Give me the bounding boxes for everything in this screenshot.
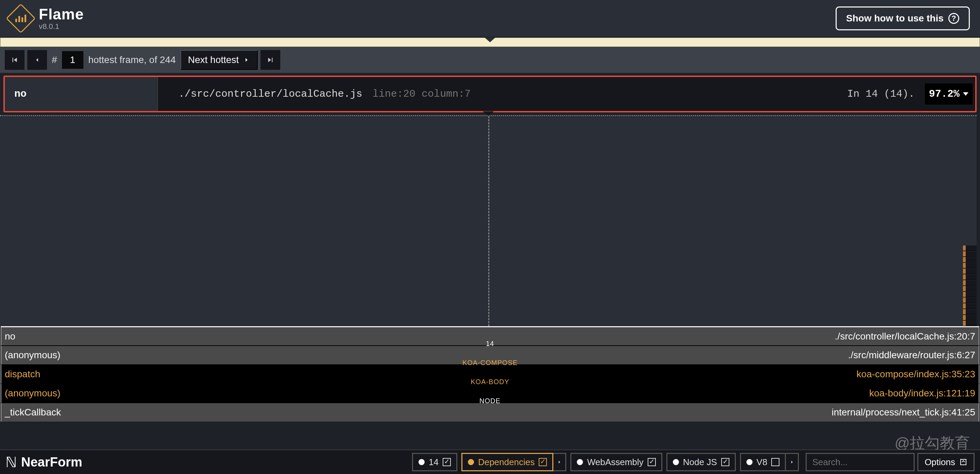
stack-fn-name: dispatch: [5, 369, 40, 380]
frame-nav-bar: # 1 hottest frame, of 244 Next hottest: [0, 47, 980, 73]
app-header: Flame v8.0.1 Show how to use this ?: [0, 0, 980, 37]
selected-frame-banner[interactable]: no ./src/controller/localCache.js line:2…: [3, 76, 977, 112]
frame-file-path: ./src/controller/localCache.js: [178, 88, 362, 100]
chip-label: WebAssembly: [587, 457, 644, 468]
stack-divider-label: KOA-BODY: [469, 378, 511, 386]
chevron-down-icon: [963, 92, 969, 96]
chip-dot-icon: [746, 459, 752, 465]
filter-chip[interactable]: Node JS: [667, 453, 736, 471]
chip-checkbox: [771, 458, 780, 466]
chip-label: Dependencies: [478, 457, 535, 468]
chip-checkbox: [721, 458, 729, 466]
stack-path: koa-compose/index.js:35:23: [856, 369, 975, 380]
stack-list: no./src/controller/localCache.js:20:714(…: [1, 326, 979, 422]
frame-percent-value: 97.2%: [929, 88, 959, 100]
chip-more-button[interactable]: [553, 453, 566, 471]
footer-bar: ℕ NearForm 14DependenciesWebAssemblyNode…: [0, 450, 980, 474]
app-name: Flame: [39, 6, 84, 23]
frame-stats: In 14 (14).: [847, 88, 915, 100]
stack-divider-label: NODE: [477, 397, 503, 405]
frame-percent-dropdown[interactable]: 97.2%: [925, 83, 972, 105]
flame-logo-icon: [6, 3, 36, 33]
help-button[interactable]: Show how to use this ?: [835, 6, 970, 30]
top-timeline-strip[interactable]: [0, 37, 980, 47]
frame-location: line:20 column:7: [372, 88, 471, 100]
frame-function-name: no: [5, 77, 158, 111]
skip-first-icon: [10, 56, 19, 64]
timeline-notch-icon: [485, 37, 495, 42]
stack-fn-name: no: [5, 331, 15, 342]
filter-chip[interactable]: 14: [412, 453, 457, 471]
chevron-right-icon: [243, 56, 250, 64]
nearform-logo-icon: ℕ: [5, 454, 17, 471]
search-input[interactable]: [806, 453, 915, 471]
next-hottest-button[interactable]: Next hottest: [180, 50, 258, 70]
stack-path: koa-body/index.js:121:19: [869, 388, 975, 399]
filter-chip[interactable]: Dependencies: [461, 453, 553, 471]
chip-checkbox: [648, 458, 656, 466]
next-hottest-label: Next hottest: [188, 54, 239, 65]
nearform-brand: ℕ NearForm: [5, 454, 83, 471]
chip-dot-icon: [468, 459, 474, 465]
stack-fn-name: (anonymous): [5, 350, 60, 361]
options-label: Options: [924, 457, 955, 468]
chip-more-button[interactable]: [786, 453, 799, 471]
stack-fn-name: _tickCallback: [5, 407, 61, 418]
flame-notch-icon: [483, 111, 494, 116]
stack-divider-label: KOA-COMPOSE: [460, 359, 520, 367]
filter-chips: 14DependenciesWebAssemblyNode JSV8: [412, 453, 803, 471]
skip-last-icon: [266, 56, 275, 64]
stack-fn-name: (anonymous): [5, 388, 60, 399]
mini-flame-bars: [963, 157, 977, 326]
stack-divider-label: 14: [484, 340, 496, 348]
frame-number-input[interactable]: 1: [62, 51, 84, 69]
first-frame-button[interactable]: [5, 50, 24, 70]
flamegraph-canvas[interactable]: [0, 115, 977, 326]
chip-label: V8: [757, 457, 767, 468]
frame-count-label: hottest frame, of 244: [86, 54, 178, 65]
chevron-left-icon: [33, 56, 41, 64]
prev-frame-button[interactable]: [27, 50, 47, 70]
chip-dot-icon: [673, 459, 679, 465]
stack-path: ./src/controller/localCache.js:20:7: [835, 331, 975, 342]
expand-icon: [959, 458, 967, 466]
chip-label: Node JS: [683, 457, 717, 468]
app-version: v8.0.1: [39, 22, 84, 31]
brand: Flame v8.0.1: [10, 6, 84, 31]
filter-chip[interactable]: WebAssembly: [570, 453, 662, 471]
last-frame-button[interactable]: [261, 50, 280, 70]
chip-checkbox: [443, 458, 451, 466]
stack-gap: [0, 422, 980, 434]
question-icon: ?: [948, 13, 959, 24]
stack-path: internal/process/next_tick.js:41:25: [832, 407, 975, 418]
help-button-label: Show how to use this: [846, 13, 943, 24]
center-divider: [488, 116, 489, 326]
stack-row[interactable]: NODE_tickCallbackinternal/process/next_t…: [1, 402, 979, 422]
filter-chip[interactable]: V8: [740, 453, 786, 471]
stack-path: ./src/middleware/router.js:6:27: [848, 350, 975, 361]
options-button[interactable]: Options: [917, 453, 975, 471]
caret-right-icon: [790, 460, 794, 464]
chip-dot-icon: [577, 459, 583, 465]
chip-label: 14: [429, 457, 439, 468]
nearform-name: NearForm: [21, 455, 83, 469]
chip-checkbox: [539, 458, 547, 466]
frame-hash: #: [50, 54, 59, 65]
caret-right-icon: [557, 460, 562, 464]
chip-dot-icon: [418, 459, 425, 465]
